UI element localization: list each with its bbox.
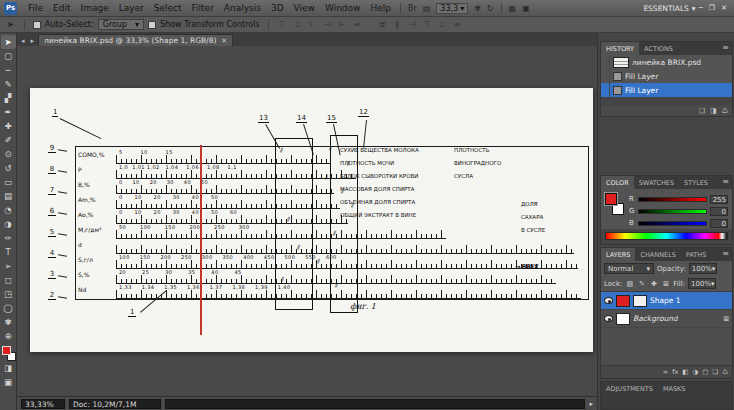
tab-paths[interactable]: PATHS [681, 248, 711, 261]
tab-channels[interactable]: CHANNELS [635, 248, 680, 261]
fill-field[interactable]: 100% ▾ [688, 278, 716, 289]
lock-pixels-icon[interactable]: ✎ [637, 280, 646, 288]
align-hcenter-icon[interactable]: ⊢ [337, 20, 348, 29]
status-options-arrow[interactable]: ▸ [589, 400, 593, 408]
green-slider-track[interactable] [638, 209, 707, 214]
blue-value-field[interactable]: 0 [710, 219, 728, 228]
history-source-well[interactable] [601, 83, 610, 97]
lock-transparency-icon[interactable]: ▨ [625, 280, 634, 288]
layer-name[interactable]: Shape 1 [650, 296, 681, 305]
tab-adjustments[interactable]: ADJUSTMENTS [601, 382, 658, 395]
visibility-eye-icon[interactable] [604, 297, 613, 304]
delete-layer-icon[interactable]: ♺ [722, 368, 728, 376]
history-state-row[interactable]: Fill Layer [601, 69, 732, 83]
eyedropper-tool[interactable]: ✒ [1, 105, 16, 119]
lasso-tool[interactable]: ∽ [1, 63, 16, 77]
zoom-tool[interactable]: ⊕ [1, 329, 16, 343]
history-source-well[interactable] [601, 55, 610, 69]
restore-button[interactable]: ❐ [706, 4, 718, 12]
menu-filter[interactable]: Filter [187, 1, 219, 15]
auto-select-scope-dropdown[interactable]: Group ▾ [98, 19, 144, 30]
close-button[interactable]: ✕ [718, 4, 730, 12]
screen-mode-icon[interactable]: ▣ [519, 3, 533, 14]
new-document-from-state-icon[interactable]: ❑ [699, 107, 705, 115]
panel-menu-icon[interactable]: ≡ [719, 42, 732, 55]
eraser-tool[interactable]: ▭ [1, 175, 16, 189]
distribute-hcenter-icon[interactable]: ⊥ [437, 20, 448, 29]
gradient-tool[interactable]: ▤ [1, 189, 16, 203]
tab-masks[interactable]: MASKS [658, 382, 691, 395]
layer-thumbnail[interactable] [616, 295, 630, 307]
menu-3d[interactable]: 3D [266, 1, 289, 15]
show-transform-controls-checkbox[interactable] [148, 21, 156, 29]
distribute-top-icon[interactable]: ≣ [377, 20, 388, 29]
tab-actions[interactable]: ACTIONS [639, 42, 678, 55]
history-source-well[interactable] [601, 69, 610, 83]
menu-window[interactable]: Window [320, 1, 366, 15]
blend-mode-dropdown[interactable]: Normal ▾ [604, 263, 654, 274]
canvas-viewport[interactable]: 1 13 14 15 12 9 8 7 6 5 4 3 2 1 [17, 46, 597, 396]
align-top-icon[interactable]: ⊤ [277, 20, 288, 29]
tab-scroll-left-button[interactable]: ◂ [19, 37, 27, 46]
minimize-button[interactable]: ─ [696, 4, 706, 12]
tab-styles[interactable]: STYLES [679, 176, 713, 189]
layer-name[interactable]: Background [633, 314, 678, 323]
menu-analysis[interactable]: Analysis [219, 1, 266, 15]
tab-history[interactable]: HISTORY [601, 42, 639, 55]
opacity-field[interactable]: 100% ▾ [689, 263, 717, 274]
menu-view[interactable]: View [289, 1, 320, 15]
menu-image[interactable]: Image [76, 1, 114, 15]
view-extras-icon[interactable]: ▤ [420, 3, 434, 14]
foreground-background-swatches[interactable] [1, 345, 16, 361]
blue-slider-track[interactable] [638, 221, 707, 226]
3d-orbit-tool[interactable]: ◯ [1, 301, 16, 315]
screen-mode-button[interactable]: ▣ [1, 375, 16, 389]
rotate-view-icon[interactable]: ↻ [484, 3, 497, 14]
healing-brush-tool[interactable]: ✚ [1, 119, 16, 133]
new-layer-icon[interactable]: ❑ [712, 368, 718, 376]
auto-select-checkbox[interactable] [33, 21, 41, 29]
layer-row-background[interactable]: Background ⊠ [601, 310, 732, 328]
green-value-field[interactable]: 0 [710, 207, 728, 216]
zoom-level-field[interactable]: 33,3 ▾ [436, 3, 468, 14]
quick-selection-tool[interactable]: ✎ [1, 77, 16, 91]
tab-layers[interactable]: LAYERS [601, 248, 635, 261]
shape-tool[interactable]: ◻ [1, 273, 16, 287]
lock-all-icon[interactable]: ⊠ [661, 280, 670, 288]
layer-row-shape1[interactable]: Shape 1 [601, 292, 732, 310]
move-tool-preset-icon[interactable]: ➤ [5, 20, 16, 29]
history-state-row[interactable]: Fill Layer [601, 83, 732, 97]
lock-position-icon[interactable]: ✚ [649, 280, 658, 288]
red-guide-line[interactable] [200, 145, 202, 335]
foreground-color-swatch[interactable] [2, 346, 11, 355]
menu-file[interactable]: File [23, 1, 48, 15]
red-slider-track[interactable] [638, 197, 707, 202]
type-tool[interactable]: T [1, 245, 16, 259]
align-left-icon[interactable]: ⊣ [322, 20, 333, 29]
move-tool[interactable]: ➤ [1, 35, 16, 49]
blur-tool[interactable]: ◔ [1, 203, 16, 217]
color-spectrum-ramp[interactable] [605, 232, 728, 240]
3d-rotate-tool[interactable]: ◳ [1, 287, 16, 301]
marquee-tool[interactable]: ▢ [1, 49, 16, 63]
new-snapshot-icon[interactable]: ◨ [710, 107, 717, 115]
adjustment-layer-icon[interactable]: ◑ [693, 368, 699, 376]
distribute-left-icon[interactable]: ⊤ [422, 20, 433, 29]
menu-select[interactable]: Select [149, 1, 187, 15]
align-right-icon[interactable]: ≡ [352, 20, 363, 29]
status-zoom-field[interactable]: 33,33% [21, 399, 65, 409]
distribute-bottom-icon[interactable]: ⊣ [407, 20, 418, 29]
layer-thumbnail[interactable] [616, 313, 630, 325]
layer-effects-icon[interactable]: fx [672, 368, 678, 376]
menu-edit[interactable]: Edit [48, 1, 75, 15]
foreground-color-swatch[interactable] [605, 193, 617, 205]
tab-swatches[interactable]: SWATCHES [634, 176, 679, 189]
layer-group-icon[interactable]: ▢ [702, 368, 708, 376]
launch-bridge-icon[interactable]: Br [405, 3, 420, 14]
hand-pan-icon[interactable]: ✾ [471, 3, 484, 14]
quick-mask-button[interactable]: ◨ [1, 361, 16, 375]
panel-menu-icon[interactable]: ≡ [719, 176, 732, 189]
clone-stamp-tool[interactable]: ⊙ [1, 147, 16, 161]
pen-tool[interactable]: ✑ [1, 231, 16, 245]
panel-menu-icon[interactable]: ≡ [719, 248, 732, 261]
